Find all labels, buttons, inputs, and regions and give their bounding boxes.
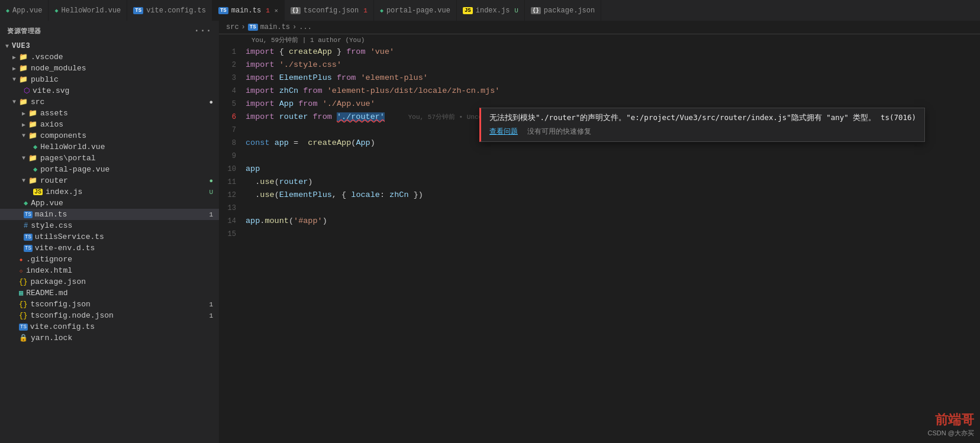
watermark-line2: CSDN @大亦买 [928, 429, 974, 437]
tab-App.vue[interactable]: ◆ App.vue [0, 0, 49, 21]
sidebar-title: 资源管理器 [7, 27, 41, 35]
ts-icon: TS [24, 211, 33, 218]
tab-HelloWorld.vue[interactable]: ◆ HelloWorld.vue [49, 0, 127, 21]
css-icon: # [24, 222, 28, 230]
tab-label: portal-page.vue [386, 7, 450, 15]
modified-badge: U [209, 189, 213, 196]
error-badge: 1 [363, 7, 368, 14]
sidebar-item-router[interactable]: ▼ 📁 router ● [0, 175, 219, 186]
collapse-arrow: ▼ [19, 132, 28, 139]
tab-index.js[interactable]: JS index.js U [457, 0, 525, 21]
vue-icon: ◆ [6, 7, 9, 14]
sidebar-item-yarn.lock[interactable]: 🔒 yarn.lock [0, 332, 219, 344]
item-label: style.css [31, 221, 219, 230]
no-quick-fix: 没有可用的快速修复 [527, 127, 591, 137]
vue-icon: ◆ [33, 165, 37, 174]
vue-icon: ◆ [54, 7, 58, 14]
sidebar-item-components[interactable]: ▼ 📁 components [0, 130, 219, 141]
tab-label: App.vue [12, 7, 42, 15]
sidebar-item-pages-portal[interactable]: ▼ 📁 pages\portal [0, 153, 219, 164]
folder-icon: 📁 [28, 109, 37, 118]
collapse-arrow: ▼ [19, 177, 28, 184]
item-label: index.html [26, 266, 219, 275]
item-label: App.vue [31, 199, 219, 208]
git-icon: ⬥ [19, 256, 23, 264]
code-line-11: 11 .use(router) [219, 176, 980, 189]
sidebar-item-assets[interactable]: ▶ 📁 assets [0, 108, 219, 119]
ts-icon: TS [19, 324, 28, 331]
tab-vite.config.ts[interactable]: TS vite.config.ts [127, 0, 212, 21]
item-label: src [31, 98, 209, 106]
sidebar-item-vite-env.d.ts[interactable]: TS vite-env.d.ts [0, 242, 219, 254]
breadcrumb-sep: › [241, 23, 246, 31]
sidebar-item-tsconfig.json[interactable]: {} tsconfig.json 1 [0, 299, 219, 310]
code-line-10: 10 app [219, 163, 980, 176]
sidebar-item-README.md[interactable]: ▦ README.md [0, 287, 219, 299]
blame-line: You, 59分钟前 | 1 author (You) [219, 34, 980, 46]
item-label: index.js [46, 187, 209, 196]
sidebar-item-vite.config.ts[interactable]: TS vite.config.ts [0, 321, 219, 332]
tab-label: main.ts [231, 7, 261, 15]
sidebar-item-portal-page.vue[interactable]: ◆ portal-page.vue [0, 164, 219, 175]
close-icon[interactable]: ✕ [275, 7, 278, 14]
sidebar-item-utilsService.ts[interactable]: TS utilsService.ts [0, 231, 219, 242]
sidebar-item-style.css[interactable]: # style.css [0, 220, 219, 231]
error-badge: 1 [209, 312, 213, 319]
sidebar-item-main.ts[interactable]: TS main.ts 1 [0, 209, 219, 220]
folder-icon: 📁 [19, 98, 28, 106]
tab-label: tsconfig.json [304, 7, 359, 15]
tab-main.ts[interactable]: TS main.ts 1 ✕ [212, 0, 285, 21]
sidebar-item-axios[interactable]: ▶ 📁 axios [0, 119, 219, 130]
item-label: .gitignore [26, 255, 219, 264]
sidebar-item-public[interactable]: ▼ 📁 public [0, 74, 219, 85]
tab-bar: ◆ App.vue ◆ HelloWorld.vue TS vite.confi… [0, 0, 980, 21]
json-icon: {} [19, 300, 27, 309]
item-label: assets [40, 109, 219, 118]
error-dot: ● [209, 99, 213, 106]
ts-icon: TS [218, 7, 228, 14]
sidebar-item-vscode[interactable]: ▶ 📁 .vscode [0, 51, 219, 63]
item-label: components [40, 131, 219, 140]
sidebar-item-App.vue[interactable]: ◆ App.vue [0, 198, 219, 209]
sidebar-item-vite.svg[interactable]: ⬡ vite.svg [0, 85, 219, 96]
sidebar-item-index.html[interactable]: ⬦ index.html [0, 265, 219, 276]
code-line-3: 3 import ElementPlus from 'element-plus' [219, 72, 980, 85]
item-label: tsconfig.json [30, 300, 209, 309]
sidebar-item-index.js[interactable]: JS index.js U [0, 186, 219, 198]
tab-portal-page.vue[interactable]: ◆ portal-page.vue [374, 0, 457, 21]
tab-label: package.json [544, 7, 595, 15]
tree-root-vue3[interactable]: ▼ VUE3 [0, 41, 219, 51]
folder-icon: 📁 [28, 131, 37, 140]
code-container[interactable]: 1 import { createApp } from 'vue' 2 impo… [219, 46, 980, 443]
folder-icon: 📁 [19, 53, 28, 62]
error-message: 无法找到模块"./router"的声明文件。"e:/project/Vue3/s… [489, 113, 916, 123]
collapse-arrow: ▶ [9, 54, 19, 61]
json-icon: {} [19, 312, 27, 320]
collapse-arrow: ▶ [9, 65, 19, 72]
sidebar-item-tsconfig.node.json[interactable]: {} tsconfig.node.json 1 [0, 310, 219, 321]
sidebar-item-gitignore[interactable]: ⬥ .gitignore [0, 254, 219, 265]
js-icon: JS [463, 7, 473, 14]
code-line-15: 15 [219, 228, 980, 241]
sidebar-item-HelloWorld.vue[interactable]: ◆ HelloWorld.vue [0, 141, 219, 153]
sidebar-item-node_modules[interactable]: ▶ 📁 node_modules [0, 63, 219, 74]
item-label: README.md [26, 289, 219, 298]
item-label: axios [40, 120, 219, 129]
vue-icon: ◆ [24, 199, 28, 208]
code-line-4: 4 import zhCn from 'element-plus/dist/lo… [219, 85, 980, 98]
collapse-arrow: ▶ [19, 121, 28, 128]
json-icon: {} [291, 7, 301, 14]
tab-label: index.js [476, 7, 510, 15]
view-problem-link[interactable]: 查看问题 [489, 127, 518, 137]
sidebar-menu-dots[interactable]: ··· [194, 25, 212, 36]
item-label: node_modules [31, 64, 219, 73]
error-popup: 无法找到模块"./router"的声明文件。"e:/project/Vue3/s… [479, 108, 925, 142]
sidebar-item-src[interactable]: ▼ 📁 src ● [0, 96, 219, 108]
item-label: tsconfig.node.json [30, 311, 209, 320]
tab-package.json[interactable]: {} package.json [525, 0, 601, 21]
vue-icon: ◆ [380, 7, 383, 14]
sidebar-item-package.json[interactable]: {} package.json [0, 276, 219, 287]
tab-tsconfig.json[interactable]: {} tsconfig.json 1 [285, 0, 374, 21]
js-icon: JS [33, 189, 43, 195]
tab-label: HelloWorld.vue [61, 7, 121, 15]
